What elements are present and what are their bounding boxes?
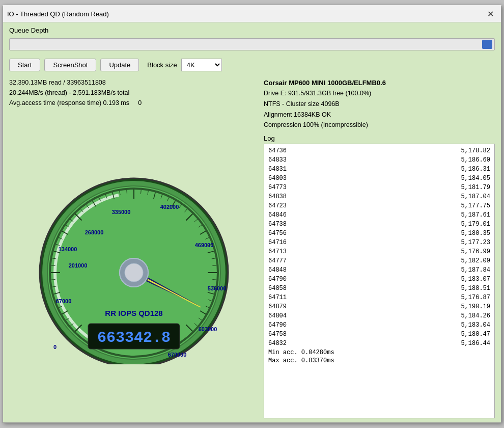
main-area: 32,390.13MB read / 33963511808 20.244MB/… — [9, 77, 495, 418]
log-row: 647115,176.87 — [268, 293, 490, 302]
svg-text:335000: 335000 — [112, 209, 131, 215]
log-row: 648585,188.51 — [268, 284, 490, 293]
svg-text:402000: 402000 — [160, 204, 179, 210]
log-row: 648795,190.19 — [268, 302, 490, 311]
log-row: 647565,180.35 — [268, 229, 490, 238]
log-row: 648465,187.61 — [268, 210, 490, 220]
svg-line-16 — [51, 265, 55, 265]
log-row: 647585,180.47 — [268, 330, 490, 339]
svg-text:603000: 603000 — [199, 326, 217, 332]
drive-name: Corsair MP600 MINI 1000GB/ELFMB0.6 — [264, 77, 495, 88]
drive-line3: Alignment 16384KB OK — [264, 110, 495, 120]
gauge-svg: 663342.8 RR IOPS QD128 — [27, 166, 241, 364]
svg-line-32 — [127, 190, 127, 194]
svg-text:0: 0 — [53, 344, 57, 350]
log-row: 648485,187.84 — [268, 265, 490, 275]
update-button[interactable]: Update — [100, 59, 139, 71]
log-footer-max: Max acc. 0.83370ms — [268, 357, 490, 364]
svg-text:134000: 134000 — [59, 246, 77, 252]
svg-text:469000: 469000 — [195, 242, 214, 248]
svg-line-50 — [212, 265, 216, 265]
log-row: 648035,184.05 — [268, 174, 490, 183]
block-size-label: Block size — [147, 61, 177, 69]
log-row: 647775,182.09 — [268, 256, 490, 265]
gauge-container: 663342.8 RR IOPS QD128 — [9, 111, 259, 418]
queue-depth-label: Queue Depth — [9, 26, 495, 34]
window-content: Queue Depth Start ScreenShot Update Bloc… — [3, 22, 501, 422]
start-button[interactable]: Start — [9, 59, 40, 71]
drive-line2: NTFS - Cluster size 4096B — [264, 99, 495, 110]
svg-text:536000: 536000 — [208, 285, 227, 291]
window-title: IO - Threaded QD (Random Read) — [7, 10, 109, 18]
log-row: 648335,186.60 — [268, 155, 490, 165]
log-row: 648045,184.26 — [268, 311, 490, 320]
log-row: 647235,177.75 — [268, 201, 490, 210]
svg-line-52 — [212, 279, 216, 280]
svg-text:268000: 268000 — [85, 229, 104, 235]
gauge-lcd-value: 663342.8 — [97, 329, 171, 346]
log-row: 647735,181.79 — [268, 183, 490, 192]
stat-line3: Avg.access time (response time) 0.193 ms… — [9, 98, 259, 108]
toolbar: Start ScreenShot Update Block size 4K 51… — [9, 59, 495, 71]
stat-line1: 32,390.13MB read / 33963511808 — [9, 77, 259, 88]
drive-info: Corsair MP600 MINI 1000GB/ELFMB0.6 Drive… — [264, 77, 495, 130]
log-row: 647165,177.23 — [268, 238, 490, 247]
drive-line1: Drive E: 931.5/931.3GB free (100.0%) — [264, 88, 495, 99]
block-size-select[interactable]: 4K 512B 1K 2K 8K 16K 32K 64K — [181, 59, 222, 71]
log-label: Log — [264, 135, 495, 142]
log-row: 647365,178.82 — [268, 146, 490, 155]
log-row: 648325,186.44 — [268, 339, 490, 348]
stat-line2: 20.244MB/s (thread) - 2,591.183MB/s tota… — [9, 88, 259, 98]
queue-depth-slider[interactable] — [9, 38, 495, 50]
svg-line-34 — [141, 190, 142, 194]
svg-text:201000: 201000 — [69, 262, 88, 269]
log-row: 647385,179.01 — [268, 220, 490, 229]
svg-text:67000: 67000 — [56, 298, 72, 304]
svg-line-14 — [51, 279, 55, 280]
right-panel: Corsair MP600 MINI 1000GB/ELFMB0.6 Drive… — [264, 77, 495, 418]
main-window: IO - Threaded QD (Random Read) ✕ Queue D… — [3, 5, 501, 423]
svg-point-79 — [125, 263, 143, 282]
title-bar: IO - Threaded QD (Random Read) ✕ — [3, 6, 501, 22]
screenshot-button[interactable]: ScreenShot — [44, 59, 96, 71]
svg-text:670000: 670000 — [168, 352, 187, 358]
log-row: 647905,183.04 — [268, 320, 490, 330]
left-panel: 32,390.13MB read / 33963511808 20.244MB/… — [9, 77, 259, 418]
drive-line4: Compression 100% (Incompressible) — [264, 120, 495, 130]
log-box[interactable]: 647365,178.82648335,186.60648315,186.316… — [264, 144, 495, 418]
gauge-label: RR IOPS QD128 — [105, 309, 162, 317]
slider-thumb — [482, 40, 492, 49]
log-row: 648315,186.31 — [268, 165, 490, 174]
close-button[interactable]: ✕ — [484, 8, 497, 21]
log-row: 648385,187.04 — [268, 192, 490, 201]
stats-text: 32,390.13MB read / 33963511808 20.244MB/… — [9, 77, 259, 108]
log-row: 647135,176.99 — [268, 247, 490, 256]
log-row: 647905,183.07 — [268, 275, 490, 284]
log-footer-min: Min acc. 0.04280ms — [268, 349, 490, 356]
